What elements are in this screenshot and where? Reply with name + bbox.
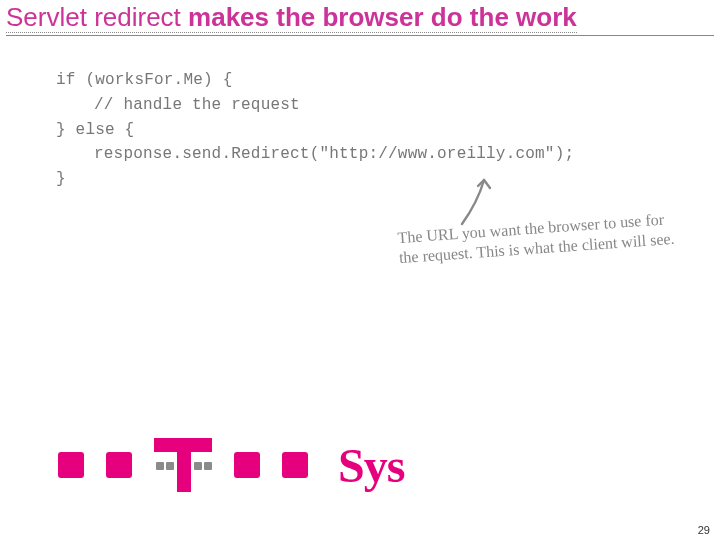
code-line-2: // handle the request [56, 93, 574, 118]
brand-logo: Sys [58, 432, 678, 498]
title-underline [6, 35, 714, 36]
code-line-1: if (worksFor.Me) { [56, 68, 574, 93]
logo-square-icon [106, 452, 132, 478]
slide-title-block: Servlet redirect makes the browser do th… [0, 0, 720, 38]
handwritten-annotation: The URL you want the browser to use for … [397, 208, 689, 268]
logo-word: Sys [338, 438, 404, 493]
slide-title-part2: makes the browser do the work [188, 2, 577, 32]
logo-t-glyph-icon [154, 438, 212, 492]
slide-title-part1: Servlet redirect [6, 2, 188, 32]
code-line-3: } else { [56, 118, 574, 143]
page-number: 29 [698, 524, 710, 536]
logo-square-icon [282, 452, 308, 478]
code-line-4: response.send.Redirect("http://www.oreil… [56, 142, 574, 167]
slide-title: Servlet redirect makes the browser do th… [6, 2, 577, 33]
logo-square-icon [58, 452, 84, 478]
logo-square-icon [234, 452, 260, 478]
